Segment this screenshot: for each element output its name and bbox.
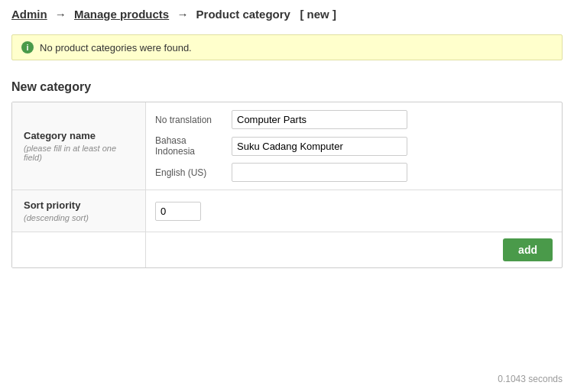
manage-products-link[interactable]: Manage products [74, 8, 169, 21]
new-category-form: Category name (please fill in at least o… [11, 102, 563, 268]
translation-row-1: Bahasa Indonesia [155, 135, 553, 157]
add-button[interactable]: add [503, 238, 553, 261]
add-button-label-cell [12, 232, 146, 267]
sort-priority-row: Sort priority (descending sort) [12, 190, 562, 232]
notice-message: No product categories were found. [40, 42, 192, 53]
translation-label-1: Bahasa Indonesia [155, 135, 232, 157]
info-icon: i [21, 41, 34, 53]
translation-input-2[interactable] [232, 163, 407, 182]
sort-priority-label-cell: Sort priority (descending sort) [12, 190, 146, 232]
translation-label-2: English (US) [155, 167, 232, 178]
category-name-hint: (please fill in at least one field) [24, 144, 134, 162]
new-bracket [293, 8, 297, 21]
section-heading: New category [0, 66, 574, 102]
footer-timing: 0.1043 seconds [498, 374, 563, 384]
translation-row-2: English (US) [155, 163, 553, 182]
arrow-1: → [55, 8, 66, 21]
translation-input-0[interactable] [232, 110, 407, 129]
translation-label-0: No translation [155, 115, 232, 125]
product-category-label: Product category [196, 8, 290, 21]
add-button-cell: add [146, 232, 562, 267]
arrow-2: → [177, 8, 188, 21]
add-button-row: add [12, 232, 562, 267]
category-name-label: Category name [24, 130, 134, 141]
sort-priority-field-cell [146, 190, 562, 232]
category-name-row: Category name (please fill in at least o… [12, 102, 562, 190]
sort-priority-input[interactable] [155, 202, 201, 221]
admin-link[interactable]: Admin [11, 8, 47, 21]
translation-input-1[interactable] [232, 137, 407, 156]
breadcrumb: Admin → Manage products → Product catego… [0, 0, 574, 28]
translation-fields-cell: No translationBahasa IndonesiaEnglish (U… [146, 102, 562, 190]
translation-row-0: No translation [155, 110, 553, 129]
new-link[interactable]: [ new ] [300, 8, 336, 21]
sort-priority-hint: (descending sort) [24, 213, 134, 222]
category-name-label-cell: Category name (please fill in at least o… [12, 102, 146, 190]
notice-bar: i No product categories were found. [11, 34, 563, 60]
sort-priority-label: Sort priority [24, 199, 134, 211]
